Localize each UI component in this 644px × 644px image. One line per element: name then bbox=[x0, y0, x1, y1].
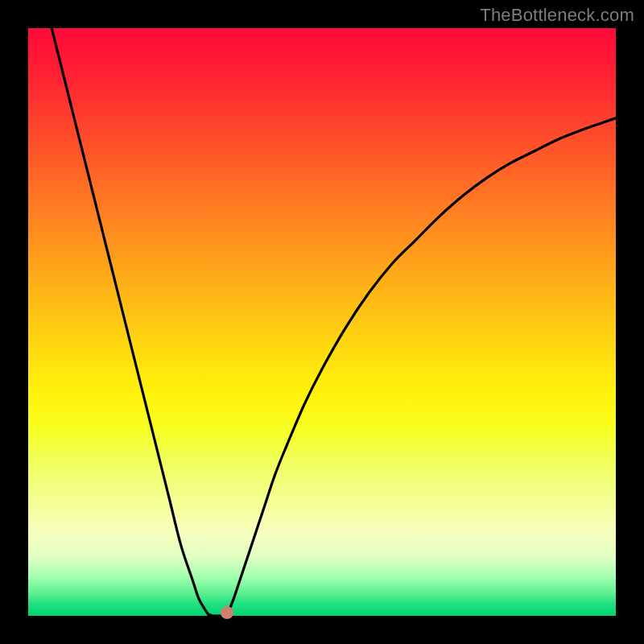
marker-current-config bbox=[221, 606, 233, 619]
chart-frame: TheBottleneck.com bbox=[0, 0, 644, 644]
watermark-text: TheBottleneck.com bbox=[480, 5, 634, 26]
bottleneck-curve bbox=[28, 28, 616, 616]
curve-path bbox=[52, 28, 616, 616]
plot-area bbox=[28, 28, 616, 616]
